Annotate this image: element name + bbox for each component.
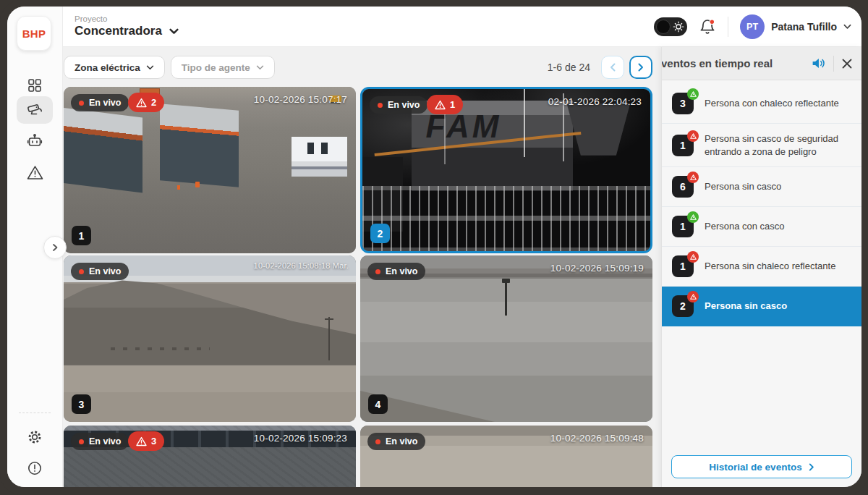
filter-bar: Zona eléctrica Tipo de agente <box>64 56 275 79</box>
chevron-right-icon <box>51 243 59 252</box>
warning-triangle-icon <box>136 98 147 108</box>
event-count-badge: 1 <box>672 135 694 156</box>
cctv-camera-icon <box>26 101 43 119</box>
top-bar: Proyecto Concentradora <box>63 7 861 47</box>
alert-count: 1 <box>450 99 455 110</box>
sidebar-item-robots[interactable] <box>7 127 62 155</box>
event-count-badge: 1 <box>672 255 694 277</box>
camera-timestamp: 10-02-2026 15:09:23 <box>254 433 347 444</box>
camera-timestamp: 10-02-2026 15:09:19 <box>550 263 644 274</box>
event-row-selected[interactable]: 2 Persona sin casco <box>662 287 861 326</box>
event-status-ok-icon <box>687 211 699 223</box>
prev-page-button[interactable] <box>601 56 624 79</box>
project-selector[interactable]: Proyecto Concentradora <box>75 14 179 38</box>
event-status-alert-icon <box>687 172 699 183</box>
sidebar-item-alerts[interactable] <box>7 158 62 186</box>
scene-shape <box>195 182 200 187</box>
scene-shape <box>64 106 142 192</box>
camera-timestamp: 10-02-2026 15:07:17 <box>254 94 347 105</box>
event-count: 1 <box>680 261 686 272</box>
live-dot <box>378 103 383 108</box>
event-row[interactable]: 1 Persona sin chaleco reflectante <box>662 247 861 287</box>
event-row[interactable]: 1 Persona sin casco de seguridad entrand… <box>662 124 861 167</box>
sidebar-item-settings[interactable] <box>7 423 62 451</box>
alert-badge: 2 <box>128 93 164 112</box>
live-dot <box>79 101 84 106</box>
live-label: En vivo <box>388 100 420 110</box>
sidebar-item-help[interactable] <box>7 454 62 482</box>
close-icon <box>841 58 853 69</box>
camera-feed <box>360 255 652 422</box>
help-icon <box>27 460 43 476</box>
events-panel-title: Eventos en tiempo real <box>662 57 811 69</box>
live-label: En vivo <box>89 98 121 108</box>
event-count-badge: 6 <box>672 176 694 198</box>
camera-timestamp: 10-02-2026 15:08:18 Mar. <box>254 261 349 270</box>
sidebar-expand-button[interactable] <box>43 236 67 259</box>
chevron-right-icon <box>637 63 644 72</box>
zone-filter-dropdown[interactable]: Zona eléctrica <box>64 56 165 79</box>
event-status-alert-icon <box>687 291 699 302</box>
chevron-down-icon <box>146 65 154 70</box>
live-dot <box>375 439 380 444</box>
sidebar-item-cameras[interactable] <box>7 96 62 124</box>
notifications-bell-icon[interactable] <box>699 18 716 35</box>
live-badge: En vivo <box>367 433 425 450</box>
event-count: 1 <box>680 140 686 151</box>
camera-number-badge: 1 <box>72 226 91 245</box>
event-list: 3 Persona con chaleco reflectante 1 Pers… <box>662 80 861 326</box>
event-row[interactable]: 1 Persona con casco <box>662 207 861 247</box>
camera-tile-selected[interactable]: FAM En vivo 1 02-01-2026 22:04:23 2 <box>360 87 652 253</box>
live-badge: En vivo <box>71 94 129 111</box>
event-label: Persona con chaleco reflectante <box>705 97 839 110</box>
app-window: Proyecto Concentradora <box>7 7 861 487</box>
sidebar-item-dashboard[interactable] <box>7 72 62 99</box>
toggle-knob <box>656 20 671 34</box>
camera-feed <box>64 255 356 422</box>
avatar: PT <box>740 14 765 39</box>
user-menu[interactable]: PT Patana Tufillo <box>740 14 851 39</box>
event-row[interactable]: 6 Persona sin casco <box>662 167 861 207</box>
event-label: Persona sin casco <box>705 300 787 313</box>
camera-tile[interactable]: En vivo 10-02-2026 15:09:48 6 <box>360 426 652 487</box>
chevron-left-icon <box>609 63 616 72</box>
camera-number-badge: 2 <box>370 224 390 243</box>
event-count: 1 <box>680 221 686 232</box>
event-row[interactable]: 3 Persona con chaleco reflectante <box>662 80 861 124</box>
event-count: 3 <box>680 98 686 109</box>
live-badge: En vivo <box>370 96 427 114</box>
live-label: En vivo <box>89 266 121 276</box>
scene-shape <box>505 281 507 316</box>
chevron-down-icon <box>843 24 851 30</box>
pagination: 1-6 de 24 <box>548 56 652 79</box>
agent-filter-label: Tipo de agente <box>182 62 250 73</box>
project-label: Proyecto <box>75 14 179 23</box>
event-count-badge: 3 <box>672 93 694 114</box>
panel-header-divider <box>833 56 834 72</box>
event-history-label: Historial de eventos <box>709 462 801 473</box>
camera-timestamp: 10-02-2026 15:09:48 <box>550 433 644 444</box>
event-history-button[interactable]: Historial de eventos <box>671 455 852 478</box>
live-label: En vivo <box>89 436 121 447</box>
scene-shape <box>362 186 650 251</box>
bhp-logo: BHP <box>17 16 51 51</box>
agent-type-filter-dropdown[interactable]: Tipo de agente <box>171 56 275 79</box>
camera-tile[interactable]: En vivo 10-02-2026 15:08:18 Mar. 3 <box>64 255 356 422</box>
theme-toggle[interactable] <box>654 17 687 36</box>
close-panel-button[interactable] <box>841 58 853 69</box>
camera-tile[interactable]: En vivo 3 10-02-2026 15:09:23 5 <box>64 426 356 487</box>
warning-triangle-icon <box>136 436 147 447</box>
warning-triangle-icon <box>27 165 43 180</box>
camera-tile[interactable]: En vivo 10-02-2026 15:09:19 4 <box>360 255 652 422</box>
user-name: Patana Tufillo <box>771 21 837 33</box>
next-page-button[interactable] <box>629 56 652 79</box>
camera-tile[interactable]: En vivo 2 10-02-2026 15:07:17 1 <box>64 87 356 253</box>
sound-toggle-button[interactable] <box>811 56 826 71</box>
sun-icon <box>673 21 684 33</box>
live-label: En vivo <box>386 436 417 447</box>
scene-shape <box>292 137 347 177</box>
dashboard-icon <box>27 77 43 93</box>
event-status-ok-icon <box>687 88 699 100</box>
device-frame: Proyecto Concentradora <box>0 0 868 495</box>
chevron-down-icon <box>169 28 179 35</box>
